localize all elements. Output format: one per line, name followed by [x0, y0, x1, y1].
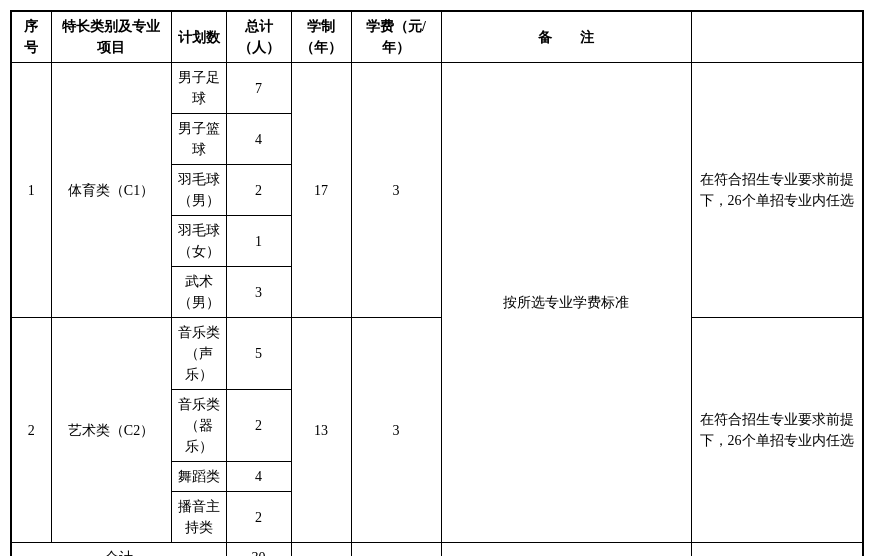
subject-cell: 音乐类（声乐）	[171, 318, 226, 390]
count-cell: 2	[226, 492, 291, 543]
col-header-plan: 计划数	[171, 11, 226, 63]
col-header-note: 备 注	[441, 11, 691, 63]
section-1-note: 在符合招生专业要求前提下，26个单招专业内任选	[691, 63, 863, 318]
subject-cell: 男子足球	[171, 63, 226, 114]
section-2-index: 2	[11, 318, 51, 543]
col-header-index: 序号	[11, 11, 51, 63]
count-cell: 7	[226, 63, 291, 114]
footer-total: 30	[226, 543, 291, 557]
section-1-index: 1	[11, 63, 51, 318]
count-cell: 5	[226, 318, 291, 390]
col-header-category: 特长类别及专业项目	[51, 11, 171, 63]
footer-note	[441, 543, 691, 557]
footer-row: 合计30	[11, 543, 863, 557]
section-2-years: 3	[351, 318, 441, 543]
col-header-years: 学制（年）	[291, 11, 351, 63]
count-cell: 4	[226, 462, 291, 492]
col-header-total: 总计（人）	[226, 11, 291, 63]
table-wrapper: 序号 特长类别及专业项目 计划数 总计（人） 学制（年） 学费（元/年） 备 注…	[10, 10, 864, 556]
section-2-category: 艺术类（C2）	[51, 318, 171, 543]
section-1-years: 3	[351, 63, 441, 318]
count-cell: 1	[226, 216, 291, 267]
section-2-total: 13	[291, 318, 351, 543]
table-row: 2艺术类（C2）音乐类（声乐）5133在符合招生专业要求前提下，26个单招专业内…	[11, 318, 863, 390]
header-row: 序号 特长类别及专业项目 计划数 总计（人） 学制（年） 学费（元/年） 备 注	[11, 11, 863, 63]
footer-years	[291, 543, 351, 557]
count-cell: 2	[226, 165, 291, 216]
subject-cell: 羽毛球（男）	[171, 165, 226, 216]
subject-cell: 羽毛球（女）	[171, 216, 226, 267]
section-2-note: 在符合招生专业要求前提下，26个单招专业内任选	[691, 318, 863, 543]
footer-label: 合计	[11, 543, 226, 557]
footer-fee	[351, 543, 441, 557]
count-cell: 4	[226, 114, 291, 165]
section-1-total: 17	[291, 63, 351, 318]
col-header-fee: 学费（元/年）	[351, 11, 441, 63]
fee-cell: 按所选专业学费标准	[441, 63, 691, 543]
subject-cell: 男子篮球	[171, 114, 226, 165]
subject-cell: 播音主持类	[171, 492, 226, 543]
subject-cell: 舞蹈类	[171, 462, 226, 492]
subject-cell: 音乐类（器乐）	[171, 390, 226, 462]
count-cell: 2	[226, 390, 291, 462]
subject-cell: 武术（男）	[171, 267, 226, 318]
main-table: 序号 特长类别及专业项目 计划数 总计（人） 学制（年） 学费（元/年） 备 注…	[10, 10, 864, 556]
table-row: 1体育类（C1）男子足球7173按所选专业学费标准在符合招生专业要求前提下，26…	[11, 63, 863, 114]
section-1-category: 体育类（C1）	[51, 63, 171, 318]
count-cell: 3	[226, 267, 291, 318]
